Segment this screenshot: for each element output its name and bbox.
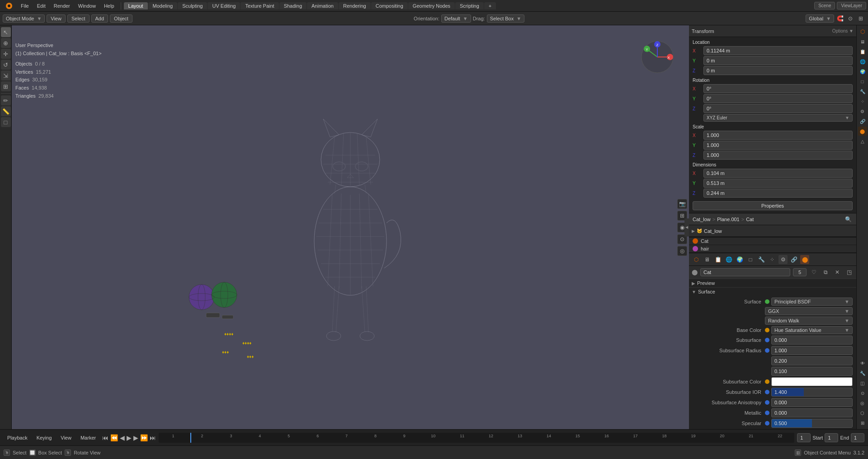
view-icon-6[interactable]: ⬡ (858, 408, 867, 417)
constraints-tab-icon[interactable]: 🔗 (858, 117, 867, 126)
left-mouse-icon[interactable]: 🖱 (4, 450, 10, 456)
surface-type-selector[interactable]: Principled BSDF ▼ (771, 298, 853, 306)
data-tab-icon[interactable]: △ (858, 137, 867, 146)
physics-tab-icon[interactable]: ⚙ (858, 107, 867, 116)
marker-menu[interactable]: Marker (77, 434, 99, 441)
output-props-icon[interactable]: 🖥 (703, 255, 712, 264)
playback-menu[interactable]: Playback (4, 434, 31, 441)
annotate-tool[interactable]: ✏ (1, 95, 11, 105)
view-icon-5[interactable]: ◎ (858, 398, 867, 407)
prev-frame-btn[interactable]: ⏪ (110, 434, 118, 441)
tab-scripting[interactable]: Scripting (455, 2, 484, 9)
proportional-icon[interactable]: ⊙ (846, 14, 855, 23)
tab-uv-editing[interactable]: UV Editing (208, 2, 240, 9)
view-icon-1[interactable]: 👁 (858, 359, 867, 368)
scale-y-value[interactable]: 1.000 (703, 141, 853, 150)
context-menu-icon[interactable]: ▥ (795, 450, 801, 456)
cat-nav-label[interactable]: Cat (746, 217, 754, 222)
orientation-selector[interactable]: Default ▼ (441, 14, 471, 23)
view-layer-props-icon[interactable]: 📋 (713, 255, 722, 264)
mat-browse[interactable]: ◳ (844, 268, 854, 277)
object-tab-icon[interactable]: □ (858, 77, 867, 86)
material-props-icon[interactable]: ⬤ (800, 255, 809, 264)
tab-shading[interactable]: Shading (279, 2, 307, 9)
distribution-selector[interactable]: GGX ▼ (765, 307, 853, 315)
dim-z-value[interactable]: 0.244 m (703, 189, 853, 198)
view-icon-7[interactable]: ⊞ (858, 418, 867, 427)
start-frame-field[interactable]: 1 (825, 433, 838, 442)
surface-header[interactable]: ▼ Surface (689, 288, 856, 296)
magnet-icon[interactable]: 🧲 (835, 14, 844, 23)
select-menu[interactable]: Select (67, 14, 90, 23)
mat-name-input[interactable] (700, 268, 790, 276)
render-menu[interactable]: Render (50, 2, 74, 9)
select-tool[interactable]: ↖ (1, 27, 11, 37)
subsurface-radius-value[interactable]: 1.000 (771, 346, 853, 355)
render-tab-icon[interactable]: ⬡ (858, 27, 867, 36)
subsurface-value[interactable]: 0.000 (771, 336, 853, 345)
viewport-gizmo[interactable]: X Y Z (639, 39, 675, 75)
scene-props-icon[interactable]: 🌐 (724, 255, 733, 264)
tab-layout[interactable]: Layout (124, 2, 148, 9)
view-layer-tab-icon[interactable]: 📋 (858, 47, 867, 56)
add-cube-tool[interactable]: □ (1, 117, 11, 127)
end-frame-field[interactable]: 1 (851, 433, 864, 442)
cursor-tool[interactable]: ⊕ (1, 38, 11, 48)
mode-selector[interactable]: Object Mode ▼ (3, 14, 45, 23)
mat-users-count[interactable]: 5 (793, 268, 807, 276)
edit-menu[interactable]: Edit (33, 2, 49, 9)
view-icon-2[interactable]: 🔧 (858, 369, 867, 378)
view-menu[interactable]: View (47, 14, 66, 23)
modifier-tab-icon[interactable]: 🔧 (858, 87, 867, 96)
scale-z-value[interactable]: 1.000 (703, 151, 853, 160)
scene-tab-icon[interactable]: 🌐 (858, 57, 867, 66)
view-icon-4[interactable]: ⊙ (858, 388, 867, 397)
next-frame-btn[interactable]: ⏩ (140, 434, 148, 441)
particles-tab-icon[interactable]: ⁘ (858, 97, 867, 106)
viewport-icon-camera[interactable]: 📷 (677, 199, 687, 209)
rot-y-value[interactable]: 0° (703, 94, 853, 103)
drag-selector[interactable]: Select Box ▼ (487, 14, 524, 23)
search-btn[interactable]: 🔍 (844, 215, 853, 224)
metallic-value[interactable]: 0.000 (771, 408, 853, 417)
jump-start-btn[interactable]: ⏮ (102, 434, 108, 441)
rotation-mode-selector[interactable]: XYZ Euler ▼ (703, 114, 853, 122)
preview-header[interactable]: ▶ Preview (689, 279, 856, 287)
options-btn[interactable]: Options ▼ (832, 28, 854, 33)
move-tool[interactable]: ✛ (1, 49, 11, 59)
material-hair-row[interactable]: hair (689, 245, 856, 253)
mat-duplicate[interactable]: ⧉ (821, 268, 830, 277)
transform-tool[interactable]: ⊞ (1, 81, 11, 91)
object-menu[interactable]: Object (110, 14, 132, 23)
dim-x-value[interactable]: 0.104 m (703, 169, 853, 178)
specular-value[interactable]: 0.500 (771, 419, 853, 428)
constraints-props-icon[interactable]: 🔗 (789, 255, 798, 264)
keying-menu[interactable]: Keying (33, 434, 56, 441)
measure-tool[interactable]: 📏 (1, 106, 11, 116)
play-btn[interactable]: ▶ (127, 434, 132, 441)
scale-tool[interactable]: ⇲ (1, 71, 11, 80)
next-keyframe-btn[interactable]: ▶ (133, 434, 138, 441)
right-mouse-icon[interactable]: ⬜ (29, 450, 36, 456)
rot-x-value[interactable]: 0° (703, 84, 853, 93)
window-menu[interactable]: Window (75, 2, 99, 9)
tab-animation[interactable]: Animation (307, 2, 338, 9)
loc-x-value[interactable]: 0.11244 m (703, 46, 853, 55)
viewport-3d[interactable]: User Perspective (1) Collection | Cat_lo… (12, 25, 689, 429)
subsurface-r3-value[interactable]: 0.100 (771, 367, 853, 376)
add-menu[interactable]: Add (91, 14, 108, 23)
file-menu[interactable]: File (17, 2, 33, 9)
rotate-tool[interactable]: ↺ (1, 60, 11, 70)
subsurface-method-selector[interactable]: Random Walk ▼ (765, 317, 853, 325)
world-props-icon[interactable]: 🌍 (735, 255, 744, 264)
help-menu[interactable]: Help (100, 2, 118, 9)
properties-btn[interactable]: Properties (693, 201, 853, 210)
catlow-name[interactable]: Cat_low (704, 228, 722, 234)
tab-geometry-nodes[interactable]: Geometry Nodes (408, 2, 455, 9)
output-tab-icon[interactable]: 🖥 (858, 37, 867, 46)
timeline-track[interactable]: 12345678910111213141516171819202122 (159, 433, 794, 443)
view-icon-3[interactable]: ◫ (858, 379, 867, 388)
tab-texture-paint[interactable]: Texture Paint (241, 2, 278, 9)
base-color-selector[interactable]: Hue Saturation Value ▼ (771, 326, 853, 334)
current-frame-field[interactable]: 1 (797, 433, 811, 442)
